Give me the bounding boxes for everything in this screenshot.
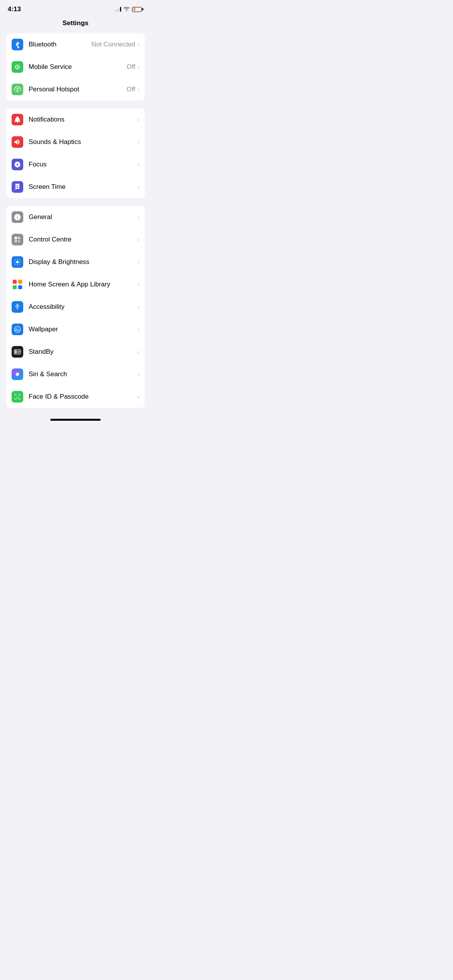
display-brightness-chevron: ›: [137, 259, 139, 265]
svg-rect-6: [18, 240, 21, 243]
signal-icon: [114, 7, 121, 12]
control-centre-label: Control Centre: [29, 236, 137, 243]
screen-time-row[interactable]: Screen Time ›: [6, 176, 145, 198]
face-id-chevron: ›: [137, 394, 139, 400]
general-chevron: ›: [137, 214, 139, 220]
wallpaper-row[interactable]: Wallpaper ›: [6, 318, 145, 341]
accessibility-chevron: ›: [137, 304, 139, 310]
siri-search-chevron: ›: [137, 371, 139, 377]
mobile-service-label: Mobile Service: [29, 63, 127, 71]
standby-icon: [12, 346, 23, 358]
svg-point-24: [18, 396, 19, 397]
general-icon: [12, 211, 23, 223]
display-brightness-row[interactable]: Display & Brightness ›: [6, 251, 145, 273]
svg-point-23: [16, 396, 17, 397]
svg-rect-11: [13, 285, 17, 289]
notifications-icon: [12, 114, 23, 125]
notifications-label: Notifications: [29, 116, 137, 123]
bluetooth-row[interactable]: Bluetooth Not Connected ›: [6, 33, 145, 56]
wallpaper-label: Wallpaper: [29, 326, 137, 333]
siri-icon: [12, 368, 23, 380]
svg-point-1: [17, 66, 18, 67]
face-id-row[interactable]: Face ID & Passcode ›: [6, 385, 145, 408]
svg-rect-10: [18, 280, 22, 284]
control-centre-row[interactable]: Control Centre ›: [6, 228, 145, 251]
standby-chevron: ›: [137, 349, 139, 355]
face-id-label: Face ID & Passcode: [29, 393, 137, 401]
personal-hotspot-icon: [12, 84, 23, 95]
mobile-service-chevron: ›: [137, 64, 139, 70]
control-centre-icon: [12, 234, 23, 245]
svg-rect-12: [18, 285, 22, 289]
sounds-haptics-label: Sounds & Haptics: [29, 138, 137, 146]
personal-hotspot-chevron: ›: [137, 86, 139, 93]
standby-row[interactable]: StandBy ›: [6, 341, 145, 363]
connectivity-group: Bluetooth Not Connected › Mobile Service…: [6, 33, 145, 101]
sounds-icon: [12, 136, 23, 148]
accessibility-icon: [12, 301, 23, 313]
personal-hotspot-value: Off: [127, 86, 135, 93]
svg-point-14: [15, 327, 21, 332]
wallpaper-icon: [12, 324, 23, 335]
accessibility-label: Accessibility: [29, 303, 137, 311]
status-icons: [114, 7, 143, 12]
wallpaper-chevron: ›: [137, 326, 139, 332]
svg-rect-4: [18, 237, 21, 240]
wifi-icon: [124, 7, 130, 12]
notifications-row[interactable]: Notifications ›: [6, 108, 145, 131]
personal-hotspot-label: Personal Hotspot: [29, 86, 127, 93]
siri-search-label: Siri & Search: [29, 370, 137, 378]
page-title: Settings: [0, 16, 151, 33]
notifications-group: Notifications › Sounds & Haptics › Focus…: [6, 108, 145, 198]
bluetooth-label: Bluetooth: [29, 41, 91, 48]
home-screen-row[interactable]: Home Screen & App Library ›: [6, 273, 145, 296]
svg-point-7: [16, 261, 19, 264]
bluetooth-value: Not Connected: [91, 41, 135, 48]
focus-chevron: ›: [137, 161, 139, 168]
display-group: General › Control Centre › Display & Bri…: [6, 206, 145, 408]
sounds-haptics-chevron: ›: [137, 139, 139, 145]
mobile-service-value: Off: [127, 63, 135, 71]
screen-time-icon: [12, 181, 23, 193]
control-centre-chevron: ›: [137, 236, 139, 243]
home-screen-label: Home Screen & App Library: [29, 281, 137, 288]
display-brightness-label: Display & Brightness: [29, 258, 137, 266]
status-bar: 4:13: [0, 0, 151, 16]
bluetooth-icon: [12, 39, 23, 50]
mobile-service-icon: [12, 61, 23, 73]
face-id-icon: [12, 391, 23, 403]
display-brightness-icon: [12, 256, 23, 268]
battery-icon: [132, 7, 143, 12]
focus-icon: [12, 159, 23, 170]
svg-point-13: [17, 304, 18, 305]
screen-time-label: Screen Time: [29, 183, 137, 191]
svg-point-15: [15, 328, 17, 329]
general-row[interactable]: General ›: [6, 206, 145, 228]
focus-label: Focus: [29, 161, 137, 168]
svg-rect-17: [15, 350, 17, 353]
screen-time-chevron: ›: [137, 184, 139, 190]
accessibility-row[interactable]: Accessibility ›: [6, 296, 145, 318]
bluetooth-chevron: ›: [137, 41, 139, 48]
standby-label: StandBy: [29, 348, 137, 356]
svg-rect-3: [15, 237, 17, 240]
general-label: General: [29, 213, 137, 221]
status-time: 4:13: [8, 5, 21, 13]
siri-search-row[interactable]: Siri & Search ›: [6, 363, 145, 385]
sounds-haptics-row[interactable]: Sounds & Haptics ›: [6, 131, 145, 153]
svg-rect-9: [13, 280, 17, 284]
personal-hotspot-row[interactable]: Personal Hotspot Off ›: [6, 78, 145, 101]
mobile-service-row[interactable]: Mobile Service Off ›: [6, 56, 145, 78]
home-screen-chevron: ›: [137, 281, 139, 288]
home-indicator: [0, 416, 151, 428]
home-bar: [50, 419, 101, 421]
focus-row[interactable]: Focus ›: [6, 153, 145, 176]
home-screen-icon: [12, 279, 23, 290]
svg-rect-5: [15, 240, 17, 243]
svg-point-22: [15, 373, 20, 376]
notifications-chevron: ›: [137, 117, 139, 123]
